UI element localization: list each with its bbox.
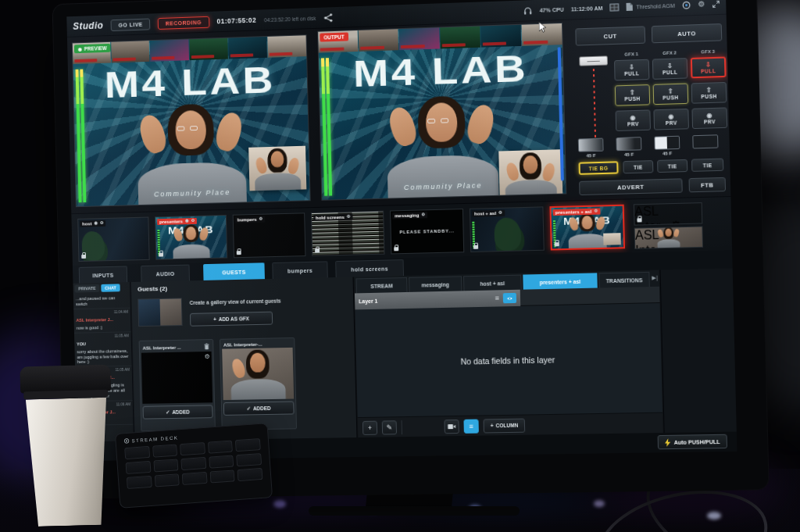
tab-private[interactable]: PRIVATE bbox=[74, 284, 99, 293]
lock-icon[interactable] bbox=[237, 251, 241, 255]
project[interactable]: Threshold AGM bbox=[627, 2, 675, 11]
gear-icon[interactable]: ⚙ bbox=[347, 215, 351, 220]
multiview-icon[interactable] bbox=[610, 3, 620, 12]
headphones-icon[interactable] bbox=[523, 6, 532, 15]
lock-icon[interactable] bbox=[394, 247, 398, 251]
guest-added-button[interactable]: ✓ADDED bbox=[223, 402, 295, 416]
gear-icon[interactable]: ⚙ bbox=[259, 217, 262, 222]
gallery-tile bbox=[189, 38, 228, 60]
gfx2-pull-button[interactable]: ⇩PULL bbox=[652, 58, 688, 80]
lock-icon[interactable] bbox=[315, 249, 320, 253]
gear-icon[interactable]: ⚙ bbox=[670, 219, 682, 226]
lock-icon[interactable] bbox=[159, 253, 163, 257]
led-dot bbox=[594, 500, 605, 507]
scene-host[interactable]: host◉⚙ bbox=[77, 217, 149, 262]
ftb-button[interactable]: FTB bbox=[688, 177, 726, 193]
go-live-button[interactable]: GO LIVE bbox=[111, 18, 151, 31]
fader-handle[interactable] bbox=[579, 55, 608, 66]
share-icon[interactable] bbox=[323, 13, 332, 22]
scene-bumpers[interactable]: bumpers⚙ bbox=[233, 212, 306, 258]
tab-audio[interactable]: AUDIO bbox=[141, 265, 190, 282]
transition-style-2[interactable] bbox=[616, 137, 641, 151]
settings-gear-icon[interactable]: ⚙ bbox=[698, 0, 705, 8]
auto-button[interactable]: AUTO bbox=[652, 23, 723, 43]
trash-icon[interactable] bbox=[204, 343, 210, 350]
gfx3-pull-button[interactable]: ⇩PULL bbox=[691, 56, 727, 78]
tie-button-2[interactable]: TIE bbox=[657, 159, 688, 173]
edit-layer-button[interactable]: ✎ bbox=[382, 420, 397, 434]
pull-label: PULL bbox=[624, 70, 639, 77]
gear-icon[interactable]: ⚙ bbox=[594, 209, 598, 214]
list-icon[interactable]: ≡ bbox=[495, 295, 499, 302]
tab-bumpers[interactable]: bumpers bbox=[272, 261, 328, 279]
chat-text: sorry about the clumsiness, am juggling … bbox=[77, 348, 129, 366]
hand bbox=[136, 112, 169, 156]
gear-icon[interactable]: ⚙ bbox=[205, 353, 210, 360]
gear-icon[interactable]: ⚙ bbox=[100, 221, 104, 226]
guest-added-button[interactable]: ✓ADDED bbox=[143, 405, 213, 419]
scene-messaging[interactable]: PLEASE STANDBY... messaging⚙ bbox=[390, 209, 464, 254]
cut-button[interactable]: CUT bbox=[575, 26, 645, 45]
help-icon[interactable] bbox=[682, 0, 691, 9]
lock-icon[interactable] bbox=[81, 255, 86, 259]
t-bar-fader[interactable] bbox=[577, 55, 612, 151]
lock-icon[interactable] bbox=[637, 218, 641, 222]
eye-icon[interactable]: ◉ bbox=[185, 219, 189, 223]
source-asl-1[interactable]: ASL Inter...⚙ bbox=[634, 202, 702, 226]
gfx2-push-button[interactable]: ⇧PUSH bbox=[653, 83, 689, 105]
standby-text: PLEASE STANDBY... bbox=[399, 228, 455, 234]
auto-push-pull-button[interactable]: Auto PUSH/PULL bbox=[658, 434, 727, 450]
scene-host-asl[interactable]: host + asl⚙ bbox=[470, 206, 545, 252]
add-as-gfx-label: ADD AS GFX bbox=[219, 316, 249, 322]
gfx1-push-button[interactable]: ⇧PUSH bbox=[615, 84, 650, 106]
gallery-preview[interactable] bbox=[138, 298, 182, 327]
guest-card[interactable]: ASL Interpreter ... ⚙ ✓ADDED bbox=[139, 339, 216, 431]
tie-button-1[interactable]: TIE bbox=[623, 160, 653, 173]
gear-icon[interactable]: ⚙ bbox=[421, 213, 425, 218]
tab-inputs[interactable]: INPUTS bbox=[79, 266, 127, 283]
transition-style-4[interactable] bbox=[692, 134, 718, 148]
tie-button-3[interactable]: TIE bbox=[691, 159, 723, 172]
lock-icon[interactable] bbox=[555, 242, 559, 246]
add-layer-button[interactable]: + bbox=[362, 420, 377, 434]
add-as-gfx-button[interactable]: +ADD AS GFX bbox=[190, 312, 273, 327]
layer-visibility-button[interactable] bbox=[503, 293, 516, 303]
source-asl-2[interactable]: ASL Inter...⚙ bbox=[634, 226, 703, 248]
output-monitor[interactable]: OUTPUT M4 LAB Community Place bbox=[317, 23, 566, 201]
advert-button[interactable]: ADVERT bbox=[579, 178, 683, 195]
added-label: ADDED bbox=[172, 409, 190, 415]
list-view-button[interactable]: ≡ bbox=[463, 419, 478, 433]
gfx2-prv-button[interactable]: ◉PRV bbox=[653, 109, 689, 130]
layer-tab-presenters-asl[interactable]: presenters + asl bbox=[523, 273, 597, 289]
tab-hold-screens[interactable]: hold screens bbox=[335, 259, 404, 277]
tab-guests[interactable]: GUESTS bbox=[203, 262, 265, 280]
lock-icon[interactable] bbox=[473, 245, 478, 249]
add-column-button[interactable]: +COLUMN bbox=[483, 418, 525, 433]
layer-tab-host-asl[interactable]: host + asl bbox=[463, 275, 522, 291]
eye-icon[interactable]: ◉ bbox=[94, 221, 98, 226]
scene-presenters-asl[interactable]: M4 LAB presenters + asl⚙ bbox=[549, 205, 625, 251]
scene-hold-screens[interactable]: hold screens⚙ bbox=[311, 211, 384, 256]
gear-icon[interactable]: ⚙ bbox=[191, 219, 195, 223]
scene-presenters[interactable]: M4 LAB presenters◉⚙ bbox=[155, 215, 227, 260]
tie-bg-button[interactable]: TIE BG bbox=[579, 161, 619, 175]
camera-source-button[interactable] bbox=[444, 419, 459, 433]
layer-tab-transitions[interactable]: TRANSITIONS bbox=[598, 272, 650, 288]
guest-card[interactable]: ASL Interpreter-... ✓ADDED bbox=[220, 337, 297, 430]
preview-monitor[interactable]: ◉ PREVIEW M4 LAB Community Place bbox=[72, 34, 311, 207]
fullscreen-icon[interactable] bbox=[712, 0, 720, 7]
layer-tab-stream[interactable]: STREAM bbox=[355, 277, 407, 293]
transition-style-3[interactable] bbox=[654, 136, 680, 150]
tab-chat[interactable]: CHAT bbox=[101, 284, 120, 291]
gear-icon[interactable]: ⚙ bbox=[498, 211, 502, 216]
layer-tab-label: TRANSITIONS bbox=[606, 277, 643, 284]
gfx3-prv-button[interactable]: ◉PRV bbox=[691, 107, 727, 129]
gfx1-prv-button[interactable]: ◉PRV bbox=[616, 109, 651, 131]
torso bbox=[568, 234, 606, 251]
more-tabs-icon[interactable]: ▶| bbox=[652, 275, 658, 281]
recording-button[interactable]: RECORDING bbox=[158, 16, 209, 29]
transition-style-1[interactable] bbox=[578, 138, 604, 152]
layer-tab-messaging[interactable]: messaging bbox=[409, 276, 462, 292]
gfx1-pull-button[interactable]: ⇩PULL bbox=[614, 59, 649, 81]
gfx3-push-button[interactable]: ⇧PUSH bbox=[691, 82, 727, 104]
